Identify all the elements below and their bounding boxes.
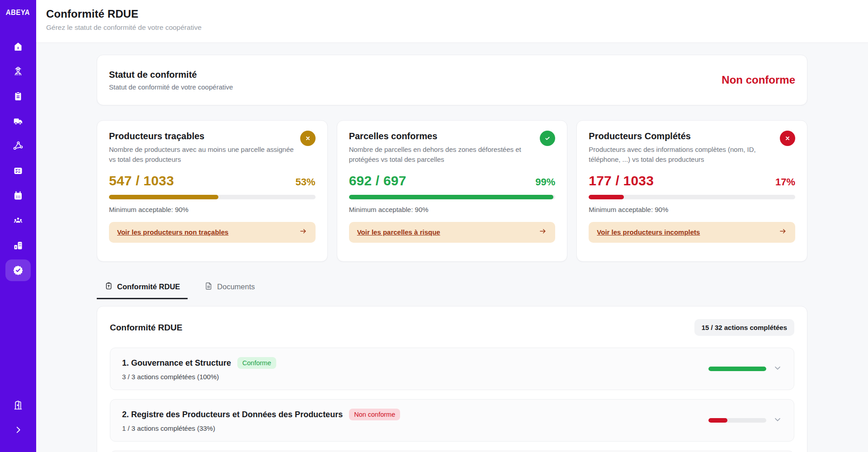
farmer-icon [13, 66, 24, 77]
home-icon [13, 41, 24, 52]
metric-cards-row: Producteurs traçables Nombre de producte… [97, 120, 807, 262]
door-icon [13, 400, 24, 410]
metric-minimum: Minimum acceptable: 90% [349, 206, 556, 213]
mini-progress [708, 367, 766, 371]
accordion-item[interactable]: 2. Registre des Producteurs et Données d… [110, 399, 794, 442]
calendar-icon [13, 190, 24, 201]
metric-title: Parcelles conformes [349, 131, 556, 141]
metric-card: Producteurs Complétés Producteurs avec d… [576, 120, 807, 262]
metric-percent: 99% [535, 176, 555, 188]
tab-documents[interactable]: Documents [197, 280, 262, 299]
metric-progress-fill [109, 195, 218, 199]
metric-value: 177 / 1033 [589, 173, 654, 188]
metric-percent: 17% [775, 176, 795, 188]
sidebar-item-organization[interactable] [5, 235, 31, 256]
metric-minimum: Minimum acceptable: 90% [589, 206, 795, 213]
compliance-section: Conformité RDUE 15 / 32 actions complété… [97, 306, 807, 452]
page-title: Conformité RDUE [46, 8, 868, 20]
metric-value: 692 / 697 [349, 173, 406, 188]
tab-label: Conformité RDUE [117, 282, 180, 291]
accordion-subtitle: 1 / 3 actions complétées (33%) [122, 424, 400, 432]
metric-progress [109, 195, 316, 199]
sidebar-item-compliance[interactable] [5, 259, 31, 281]
metric-description: Nombre de parcelles en dehors des zones … [349, 145, 539, 165]
clipboard-icon [13, 91, 24, 102]
metric-description: Nombre de producteurs avec au moins une … [109, 145, 299, 165]
status-card-subtitle: Statut de conformité de votre coopérativ… [109, 83, 233, 91]
metric-progress-fill [589, 195, 624, 199]
view-risky-parcels-link[interactable]: Voir les parcelles à risque [349, 222, 556, 243]
sidebar-item-producers[interactable] [5, 61, 31, 82]
network-icon [13, 141, 24, 151]
sidebar-item-traceability[interactable] [5, 135, 31, 157]
status-card-title: Statut de conformité [109, 70, 233, 80]
clipboard-icon [104, 282, 113, 292]
status-x-badge [780, 131, 795, 146]
mini-progress-fill [708, 418, 727, 423]
accordion-item[interactable]: 1. Gouvernance et Structure Conforme 3 /… [110, 348, 794, 390]
metric-link-label[interactable]: Voir les producteurs non traçables [117, 228, 228, 236]
status-check-badge [540, 131, 555, 146]
page-subtitle: Gérez le statut de conformité de votre c… [46, 24, 868, 32]
accordion-title: 2. Registre des Producteurs et Données d… [122, 410, 343, 419]
sidebar-item-home[interactable] [5, 36, 31, 57]
view-incomplete-producers-link[interactable]: Voir les producteurs incomplets [589, 222, 795, 243]
arrow-right-icon [778, 227, 787, 237]
accordion-subtitle: 3 / 3 actions complétées (100%) [122, 373, 276, 381]
users-icon [13, 215, 24, 226]
section-title: Conformité RDUE [110, 323, 182, 333]
chevron-right-icon [13, 425, 23, 435]
actions-count-badge: 15 / 32 actions complétées [694, 319, 794, 336]
metric-percent: 53% [296, 176, 316, 188]
metric-card: Parcelles conformes Nombre de parcelles … [337, 120, 568, 262]
metric-progress-fill [349, 195, 553, 199]
chevron-down-icon[interactable] [773, 415, 782, 426]
tab-label: Documents [217, 282, 255, 291]
main: Statut de conformité Statut de conformit… [36, 43, 868, 452]
sidebar-item-calendar[interactable] [5, 185, 31, 207]
sidebar-item-registry[interactable] [5, 85, 31, 107]
logout-button[interactable] [5, 394, 31, 416]
mini-progress-fill [708, 367, 766, 371]
metric-card: Producteurs traçables Nombre de producte… [97, 120, 328, 262]
accordion-title: 1. Gouvernance et Structure [122, 358, 231, 368]
status-badge: Non conforme [349, 409, 400, 420]
metric-link-label[interactable]: Voir les producteurs incomplets [597, 228, 700, 236]
truck-icon [13, 116, 24, 127]
arrow-right-icon [538, 227, 547, 237]
sidebar-footer [5, 394, 31, 444]
sidebar-item-team[interactable] [5, 210, 31, 231]
arrow-right-icon [299, 227, 307, 237]
metric-title: Producteurs Complétés [589, 131, 795, 141]
compliance-status-card: Statut de conformité Statut de conformit… [97, 55, 807, 105]
metric-title: Producteurs traçables [109, 131, 316, 141]
sidebar-nav [5, 36, 31, 284]
sidebar-item-actions[interactable] [5, 160, 31, 182]
sidebar-item-logistics[interactable] [5, 110, 31, 132]
metric-progress [349, 195, 556, 199]
metric-progress [589, 195, 795, 199]
sidebar: ABEYA [0, 0, 36, 452]
chevron-down-icon[interactable] [773, 363, 782, 374]
mini-progress [708, 418, 766, 423]
checklist-icon [13, 165, 24, 176]
buildings-icon [13, 240, 24, 251]
status-badge: Conforme [237, 357, 276, 369]
status-x-badge [300, 131, 316, 146]
accordion-list: 1. Gouvernance et Structure Conforme 3 /… [110, 348, 794, 452]
status-value: Non conforme [722, 74, 795, 86]
metric-value: 547 / 1033 [109, 173, 174, 188]
view-untraceable-producers-link[interactable]: Voir les producteurs non traçables [109, 222, 316, 243]
metric-link-label[interactable]: Voir les parcelles à risque [357, 228, 440, 236]
page-header: Conformité RDUE Gérez le statut de confo… [36, 0, 868, 43]
brand-logo: ABEYA [6, 8, 30, 17]
metric-description: Producteurs avec des informations complè… [589, 145, 778, 165]
metric-minimum: Minimum acceptable: 90% [109, 206, 316, 213]
tab-bar: Conformité RDUE Documents [97, 280, 807, 299]
sidebar-collapse-button[interactable] [5, 419, 31, 441]
tab-conformite-rdue[interactable]: Conformité RDUE [97, 280, 188, 299]
badge-check-icon [12, 264, 24, 276]
file-text-icon [204, 282, 213, 292]
